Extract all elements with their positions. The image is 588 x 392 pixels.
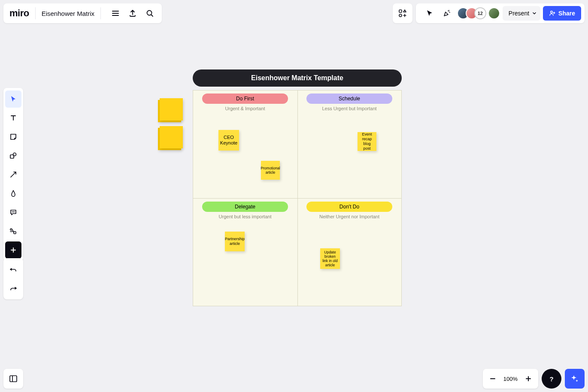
matrix-title[interactable]: Eisenhower Matrix Template	[193, 69, 402, 87]
plus-icon	[525, 375, 532, 382]
help-button[interactable]: ?	[542, 369, 561, 389]
zoom-in-button[interactable]	[520, 371, 536, 387]
sticky-partnership-article[interactable]: Partnership article	[225, 232, 245, 251]
matrix-frame[interactable]: Do First Urgent & Important Schedule Les…	[193, 90, 402, 306]
ai-assist-button[interactable]	[565, 369, 585, 389]
sticky-promotional-article[interactable]: Promotional article	[261, 161, 280, 180]
quad-subtitle: Less Urgent but Important	[306, 106, 392, 111]
zoom-out-button[interactable]	[485, 371, 501, 387]
zoom-controls: 100%	[483, 369, 538, 389]
sticky-broken-link[interactable]: Update broken link in old article	[320, 248, 340, 269]
bottom-right-cluster: 100% ?	[483, 369, 585, 389]
matrix-divider-h	[193, 198, 401, 199]
frames-panel-button[interactable]	[3, 369, 23, 389]
minus-icon	[489, 375, 496, 382]
quad-subtitle: Urgent & Important	[202, 106, 288, 111]
sidebar-toggle-icon	[9, 374, 18, 383]
canvas[interactable]: Eisenhower Matrix Template Do First Urge…	[0, 0, 588, 392]
sparkle-icon	[570, 374, 579, 383]
sticky-event-recap[interactable]: Event recap blog post	[358, 132, 376, 151]
sticky-ceo-keynote[interactable]: CEO Keynote	[218, 130, 239, 151]
quad-label[interactable]: Delegate	[202, 202, 288, 212]
quad-label[interactable]: Schedule	[306, 93, 392, 104]
sticky-blank-stack[interactable]	[158, 100, 181, 122]
quad-subtitle: Urgent but less important	[202, 214, 288, 219]
quad-subtitle: Neither Urgent nor Important	[306, 214, 392, 219]
svg-rect-8	[10, 376, 17, 382]
sticky-blank-stack[interactable]	[158, 128, 181, 150]
quad-label[interactable]: Don't Do	[306, 202, 392, 212]
quad-label[interactable]: Do First	[202, 93, 288, 104]
zoom-level[interactable]: 100%	[501, 376, 520, 382]
